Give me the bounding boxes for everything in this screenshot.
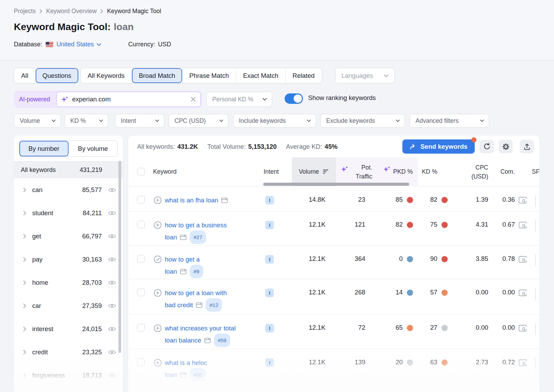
sidebar-group-row[interactable]: home28,703	[14, 271, 123, 294]
horizontal-scrollbar[interactable]	[263, 183, 409, 186]
keyword-link[interactable]: what increases your total	[165, 323, 236, 334]
tab-phrase-match[interactable]: Phrase Match	[182, 68, 236, 83]
keyword-link[interactable]: what is a heloc	[165, 357, 207, 368]
sidebar-group-row[interactable]: credit23,325	[14, 340, 123, 364]
serp-preview-icon[interactable]	[180, 372, 187, 378]
eye-toggle[interactable]	[108, 303, 116, 309]
all-keywords-group[interactable]: All keywords 431,219	[14, 161, 123, 178]
chevron-right-icon[interactable]	[23, 327, 26, 331]
tab-related[interactable]: Related	[285, 68, 322, 83]
show-ranking-toggle[interactable]	[285, 93, 303, 104]
col-pot-traffic[interactable]: Pot. Traffic	[356, 163, 372, 181]
sidebar-scrollbar[interactable]	[118, 161, 121, 353]
eye-toggle[interactable]	[108, 349, 116, 355]
col-cpc[interactable]: CPC (USD)	[471, 163, 488, 181]
chevron-right-icon[interactable]	[23, 303, 26, 308]
select-all-checkbox[interactable]	[137, 168, 145, 175]
col-com[interactable]: Com.	[500, 168, 515, 175]
export-button[interactable]	[520, 140, 534, 153]
keyword-link[interactable]: how to get a loan with	[165, 288, 227, 298]
sidebar-group-count: 24,015	[82, 325, 102, 333]
filter-include-keywords[interactable]: Include keywords	[233, 114, 316, 128]
ranking-position-badge: #12	[206, 298, 222, 312]
filter-cpc[interactable]: CPC (USD)	[169, 114, 229, 128]
col-pkd[interactable]: PKD %	[393, 168, 413, 175]
chevron-right-icon[interactable]	[23, 373, 26, 378]
row-checkbox[interactable]	[137, 221, 145, 228]
filter-exclude-keywords[interactable]: Exclude keywords	[320, 114, 405, 128]
search-field[interactable]	[56, 92, 201, 107]
sidebar-group-row[interactable]: get66,797	[14, 225, 123, 248]
filter-intent[interactable]: Intent	[115, 114, 164, 128]
col-keyword[interactable]: Keyword	[153, 168, 177, 175]
filter-advanced[interactable]: Advanced filters	[410, 114, 489, 128]
serp-preview-icon[interactable]	[196, 302, 203, 308]
chevron-right-icon[interactable]	[23, 211, 26, 216]
keyword-link-line2[interactable]: bad credit	[165, 300, 193, 310]
tab-all[interactable]: All	[14, 68, 35, 83]
tab-questions[interactable]: Questions	[35, 68, 78, 83]
serp-preview-icon[interactable]	[204, 338, 211, 343]
keyword-link[interactable]: how to get a business	[165, 220, 227, 230]
col-intent[interactable]: Intent	[263, 168, 279, 175]
sort-by-volume[interactable]: By volume	[69, 141, 118, 156]
tab-all-keywords[interactable]: All Keywords	[81, 68, 132, 83]
keyword-link-line2[interactable]: loan balance	[165, 335, 201, 346]
keyword-link[interactable]: how to get a	[165, 254, 200, 265]
col-kd[interactable]: KD %	[422, 168, 437, 175]
intent-badge: I	[265, 324, 274, 332]
filter-kd[interactable]: KD %	[64, 114, 108, 128]
serp-preview-icon[interactable]	[180, 269, 187, 274]
eye-toggle[interactable]	[108, 187, 116, 193]
row-checkbox[interactable]	[137, 358, 145, 366]
clear-search-icon[interactable]	[190, 97, 196, 102]
keyword-link-line2[interactable]: loan	[165, 232, 177, 243]
serp-features-icon	[518, 197, 527, 204]
eye-toggle[interactable]	[108, 373, 116, 378]
keyword-link-line2[interactable]: loan	[165, 370, 177, 380]
sidebar-group-row[interactable]: interest24,015	[14, 317, 123, 340]
sort-by-number[interactable]: By number	[19, 141, 69, 156]
serp-preview-icon[interactable]	[221, 198, 228, 203]
eye-toggle[interactable]	[108, 234, 116, 239]
col-volume[interactable]: Volume	[292, 168, 336, 175]
keyword-link[interactable]: what is an fha loan	[165, 195, 218, 206]
com-value: 0.78	[502, 255, 515, 263]
pot-traffic-value: 364	[355, 255, 365, 263]
eye-toggle[interactable]	[108, 280, 116, 285]
chevron-right-icon[interactable]	[23, 234, 26, 239]
breadcrumb-keyword-overview[interactable]: Keyword Overview	[46, 8, 97, 15]
chevron-right-icon[interactable]	[23, 188, 26, 192]
row-checkbox[interactable]	[137, 196, 145, 203]
eye-toggle[interactable]	[108, 210, 116, 216]
sidebar-group-row[interactable]: forgiveness18,713	[14, 364, 123, 387]
send-keywords-button[interactable]: Send keywords	[402, 139, 475, 154]
chevron-right-icon[interactable]	[23, 350, 26, 355]
sidebar-group-row[interactable]: student84,211	[14, 201, 123, 225]
languages-dropdown[interactable]: Languages	[335, 68, 395, 83]
personal-kd-dropdown[interactable]: Personal KD %	[206, 92, 272, 107]
breadcrumb-projects[interactable]: Projects	[14, 8, 36, 15]
database-select[interactable]: United States	[56, 41, 101, 48]
refresh-button[interactable]	[480, 140, 494, 153]
sidebar-group-row[interactable]: can85,577	[14, 178, 123, 201]
chevron-right-icon[interactable]	[23, 280, 26, 285]
eye-toggle[interactable]	[108, 326, 116, 332]
filter-volume[interactable]: Volume	[14, 114, 61, 128]
row-checkbox[interactable]	[137, 289, 145, 296]
sidebar-group-row[interactable]: car27,359	[14, 294, 123, 317]
table-row: how to get a businessloan #27I12.1K12182…	[128, 211, 539, 246]
settings-button[interactable]	[499, 140, 513, 153]
volume-value: 12.1K	[309, 358, 325, 366]
tab-broad-match[interactable]: Broad Match	[132, 68, 182, 83]
row-checkbox[interactable]	[137, 324, 145, 331]
search-input[interactable]	[72, 95, 187, 103]
tab-exact-match[interactable]: Exact Match	[236, 68, 285, 83]
col-sf[interactable]: SF	[532, 168, 539, 175]
sidebar-group-row[interactable]: pay30,163	[14, 248, 123, 271]
serp-preview-icon[interactable]	[180, 235, 187, 240]
keyword-link-line2[interactable]: loan	[165, 266, 177, 277]
chevron-right-icon[interactable]	[23, 257, 26, 262]
eye-toggle[interactable]	[108, 257, 116, 262]
row-checkbox[interactable]	[137, 255, 145, 263]
